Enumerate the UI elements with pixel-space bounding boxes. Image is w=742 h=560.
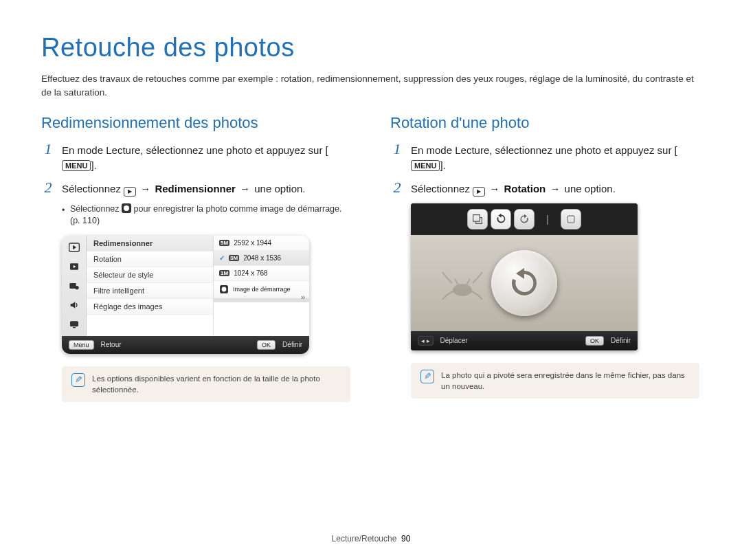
heading-resize: Redimensionnement des photos bbox=[41, 114, 352, 132]
note-box: La photo qui a pivoté sera enregistrée d… bbox=[411, 363, 699, 399]
startup-image-icon bbox=[220, 285, 228, 293]
page-footer: Lecture/Retouche 90 bbox=[0, 534, 742, 544]
rotation-footer: ◂ ▸ Déplacer OK Définir bbox=[411, 331, 638, 350]
tab-sound-icon bbox=[65, 298, 83, 313]
ok-button-badge: OK bbox=[585, 336, 604, 346]
tab-file-options-icon bbox=[65, 278, 83, 293]
step1-text-a: En mode Lecture, sélectionnez une photo … bbox=[62, 144, 328, 156]
rotation-toolbar: | bbox=[411, 203, 638, 235]
step2-text-b: une option. bbox=[565, 183, 616, 194]
step-1: 1 En mode Lecture, sélectionnez une phot… bbox=[41, 142, 352, 173]
arrow-icon: → bbox=[488, 181, 501, 197]
step-2: 2 Sélectionnez → Redimensionner → une op… bbox=[41, 180, 352, 197]
svg-rect-2 bbox=[69, 283, 76, 289]
tab-play-icon bbox=[65, 240, 83, 255]
step-number: 1 bbox=[390, 142, 404, 173]
camera-side-tabs bbox=[62, 236, 87, 336]
rotate-arrow-icon bbox=[505, 264, 543, 302]
value-item: Image de démarrage bbox=[214, 281, 309, 298]
svg-rect-4 bbox=[70, 321, 78, 326]
column-resize: Redimensionnement des photos 1 En mode L… bbox=[41, 114, 352, 402]
check-icon: ✓ bbox=[219, 254, 225, 262]
step2-text-a: Sélectionnez bbox=[411, 183, 473, 194]
list-item: Rotation bbox=[87, 251, 213, 267]
note-icon bbox=[420, 370, 434, 383]
play-icon bbox=[124, 187, 136, 197]
page-title: Retouche des photos bbox=[41, 33, 701, 63]
tool-resize-icon bbox=[467, 209, 488, 229]
sub-bullet: Sélectionnez pour enregistrer la photo c… bbox=[62, 203, 352, 227]
tool-more-icon bbox=[561, 209, 581, 229]
step2-text-a: Sélectionnez bbox=[62, 183, 124, 194]
play-icon bbox=[473, 187, 485, 197]
menu-button-badge: MENU bbox=[411, 160, 440, 171]
scroll-indicator bbox=[214, 298, 309, 302]
step-2: 2 Sélectionnez → Rotation → une option. bbox=[390, 180, 701, 197]
back-button-badge: Menu bbox=[69, 340, 94, 350]
ok-label: Définir bbox=[611, 337, 631, 344]
arrow-icon: → bbox=[548, 181, 561, 197]
bullet-a: Sélectionnez bbox=[70, 204, 122, 214]
step2-text-b: une option. bbox=[254, 183, 305, 194]
rotation-screenshot: | ◂ ▸ Déplacer bbox=[411, 203, 638, 350]
camera-menu-screenshot: Redimensionner Rotation Sélecteur de sty… bbox=[62, 236, 309, 354]
step1-text-a: En mode Lecture, sélectionnez une photo … bbox=[411, 144, 677, 156]
step2-bold: Rotation bbox=[504, 183, 546, 194]
rotation-preview bbox=[411, 235, 638, 331]
step1-text-b: ]. bbox=[440, 159, 445, 171]
tool-rotate-left-icon bbox=[514, 209, 535, 229]
svg-point-3 bbox=[75, 286, 78, 289]
tab-slideshow-icon bbox=[65, 259, 83, 274]
camera-footer: Menu Retour OK Définir bbox=[62, 336, 309, 354]
svg-rect-7 bbox=[567, 216, 574, 223]
camera-value-list: 5M2592 x 1944 ✓3M2048 x 1536 1M1024 x 76… bbox=[213, 236, 309, 336]
value-item: 5M2592 x 1944 bbox=[214, 236, 309, 251]
note-box: Les options disponibles varient en fonct… bbox=[62, 366, 350, 402]
intro-text: Effectuez des travaux de retouches comme… bbox=[41, 72, 701, 99]
list-item: Sélecteur de style bbox=[87, 267, 213, 283]
svg-rect-6 bbox=[473, 214, 480, 221]
value-item: 1M1024 x 768 bbox=[214, 266, 309, 281]
list-item: Réglage des images bbox=[87, 299, 213, 315]
step-1: 1 En mode Lecture, sélectionnez une phot… bbox=[390, 142, 701, 173]
note-text: La photo qui a pivoté sera enregistrée d… bbox=[441, 370, 690, 392]
svg-rect-5 bbox=[73, 327, 76, 328]
tab-display-icon bbox=[65, 317, 83, 332]
ok-label: Définir bbox=[282, 341, 302, 348]
svg-point-8 bbox=[453, 284, 472, 296]
step2-bold: Redimensionner bbox=[155, 183, 236, 194]
note-text: Les options disponibles varient en fonct… bbox=[92, 373, 341, 395]
tool-rotate-right-icon bbox=[491, 209, 511, 229]
list-item: Redimensionner bbox=[87, 236, 213, 251]
rotate-knob bbox=[491, 250, 557, 316]
startup-image-icon bbox=[122, 203, 131, 213]
step-number: 2 bbox=[390, 180, 404, 197]
camera-menu-list: Redimensionner Rotation Sélecteur de sty… bbox=[87, 236, 213, 336]
manual-page: Retouche des photos Effectuez des travau… bbox=[0, 0, 742, 560]
ok-button-badge: OK bbox=[257, 340, 276, 350]
column-rotation: Rotation d'une photo 1 En mode Lecture, … bbox=[390, 114, 701, 402]
step-number: 1 bbox=[41, 142, 55, 173]
sample-image-icon bbox=[438, 269, 486, 305]
bullet-dot-icon bbox=[62, 203, 65, 227]
tool-divider-icon: | bbox=[537, 209, 558, 229]
arrow-icon: → bbox=[139, 181, 152, 197]
move-label: Déplacer bbox=[440, 337, 468, 344]
list-item: Filtre intelligent bbox=[87, 283, 213, 299]
arrow-icon: → bbox=[238, 181, 251, 197]
footer-page-number: 90 bbox=[401, 534, 410, 544]
move-button-badge: ◂ ▸ bbox=[418, 336, 434, 346]
footer-section: Lecture/Retouche bbox=[332, 534, 397, 544]
step1-text-b: ]. bbox=[91, 159, 96, 171]
value-item: ✓3M2048 x 1536 bbox=[214, 251, 309, 266]
back-label: Retour bbox=[101, 341, 122, 348]
note-icon bbox=[71, 373, 85, 387]
step-number: 2 bbox=[41, 180, 55, 197]
menu-button-badge: MENU bbox=[62, 160, 91, 171]
heading-rotation: Rotation d'une photo bbox=[390, 114, 701, 132]
